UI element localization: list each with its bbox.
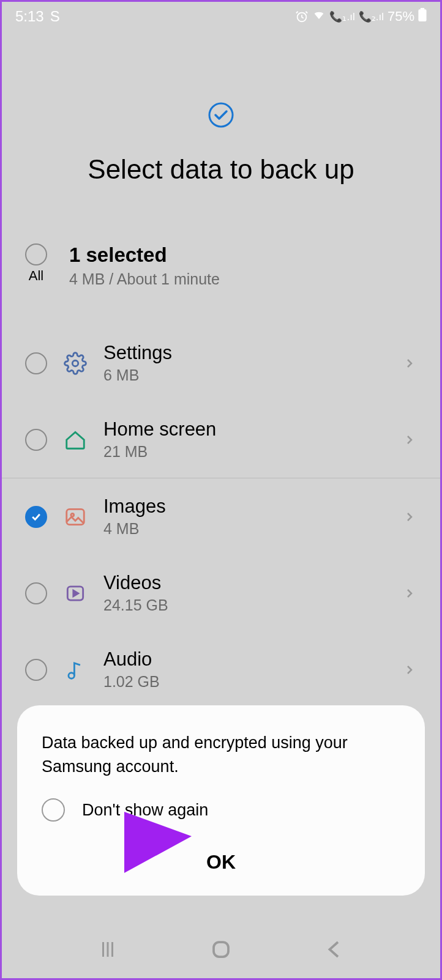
item-title: Images <box>103 496 388 518</box>
info-dialog: Data backed up and encrypted using your … <box>17 705 425 896</box>
list-item-settings[interactable]: Settings 6 MB <box>2 325 440 401</box>
list-item-audio[interactable]: Audio 1.02 GB <box>2 631 440 708</box>
battery-text: 75% <box>388 9 414 24</box>
battery-icon <box>418 8 427 25</box>
alarm-icon <box>295 10 309 23</box>
chevron-right-icon[interactable] <box>402 432 417 447</box>
chevron-right-icon[interactable] <box>402 510 417 524</box>
select-all-checkbox[interactable] <box>25 243 47 265</box>
status-bar: 5:13 S 📞₁.ıl 📞₂.ıl 75% <box>2 2 440 31</box>
chevron-right-icon[interactable] <box>402 586 417 601</box>
chevron-right-icon[interactable] <box>402 663 417 677</box>
item-checkbox-videos[interactable] <box>25 582 47 604</box>
recents-button[interactable] <box>97 938 119 963</box>
item-subtitle: 4 MB <box>103 520 388 538</box>
sim2-icon: 📞₂.ıl <box>359 10 384 23</box>
select-all-row: All 1 selected 4 MB / About 1 minute <box>2 243 440 288</box>
image-icon <box>62 503 89 530</box>
navigation-bar <box>2 923 440 978</box>
svg-point-8 <box>69 672 75 678</box>
item-subtitle: 21 MB <box>103 443 388 461</box>
svg-rect-2 <box>421 8 425 10</box>
item-title: Videos <box>103 572 388 594</box>
list-item-videos[interactable]: Videos 24.15 GB <box>2 555 440 631</box>
svg-rect-1 <box>418 9 426 21</box>
item-title: Home screen <box>103 418 388 440</box>
item-subtitle: 24.15 GB <box>103 596 388 614</box>
header-check-icon <box>2 102 440 128</box>
svg-rect-9 <box>214 942 228 957</box>
item-title: Audio <box>103 648 388 670</box>
dont-show-label: Don't show again <box>82 801 208 820</box>
gear-icon <box>62 350 89 377</box>
selection-info: 1 selected 4 MB / About 1 minute <box>69 243 220 288</box>
ok-button[interactable]: OK <box>42 851 400 874</box>
selected-count: 1 selected <box>69 243 220 267</box>
status-left: 5:13 S <box>15 8 60 25</box>
list-item-home-screen[interactable]: Home screen 21 MB <box>2 401 440 478</box>
back-button[interactable] <box>323 938 345 963</box>
item-title: Settings <box>103 342 388 364</box>
data-list: Settings 6 MB Home screen 21 MB Images 4… <box>2 325 440 708</box>
home-icon <box>62 426 89 453</box>
item-subtitle: 6 MB <box>103 366 388 384</box>
item-checkbox-images[interactable] <box>25 506 47 528</box>
status-right: 📞₁.ıl 📞₂.ıl 75% <box>295 8 427 25</box>
list-item-images[interactable]: Images 4 MB <box>2 478 440 555</box>
sim1-icon: 📞₁.ıl <box>329 10 354 23</box>
selected-size: 4 MB / About 1 minute <box>69 270 220 288</box>
video-icon <box>62 580 89 607</box>
item-checkbox-audio[interactable] <box>25 659 47 681</box>
dont-show-row[interactable]: Don't show again <box>42 798 400 822</box>
svg-rect-5 <box>67 509 84 524</box>
item-checkbox-home[interactable] <box>25 429 47 451</box>
wifi-icon <box>312 8 326 25</box>
dont-show-checkbox[interactable] <box>42 798 65 822</box>
status-indicator: S <box>50 8 60 25</box>
select-all-label: All <box>29 268 43 284</box>
chevron-right-icon[interactable] <box>402 356 417 371</box>
dialog-message: Data backed up and encrypted using your … <box>42 731 400 779</box>
svg-point-3 <box>209 103 233 127</box>
item-checkbox-settings[interactable] <box>25 352 47 374</box>
item-subtitle: 1.02 GB <box>103 673 388 691</box>
status-time: 5:13 <box>15 8 44 25</box>
svg-point-4 <box>72 360 78 366</box>
home-button[interactable] <box>210 938 232 963</box>
audio-icon <box>62 656 89 683</box>
page-title: Select data to back up <box>2 154 440 185</box>
